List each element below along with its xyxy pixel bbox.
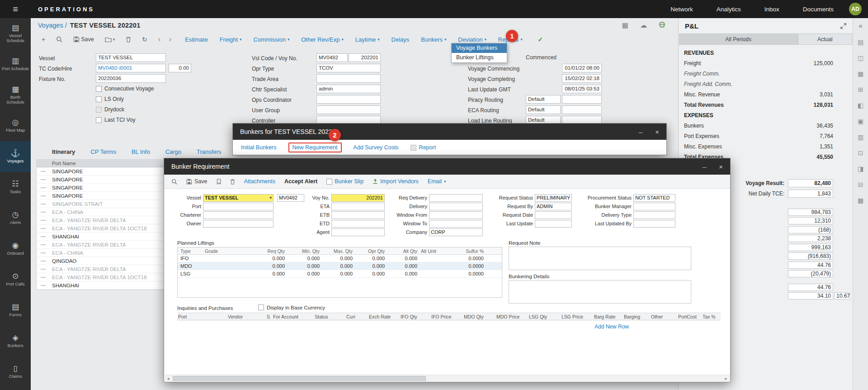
minimize-button[interactable]: – [703, 163, 706, 171]
row-handle-icon[interactable]: ••• [37, 210, 50, 214]
row-handle-icon[interactable]: ••• [37, 185, 50, 190]
request-by-field[interactable]: ADMIN [535, 203, 572, 210]
avatar[interactable]: AD [849, 3, 862, 15]
scrollbar-thumb[interactable] [173, 376, 426, 381]
drydock-checkbox[interactable]: Drydock [96, 106, 124, 113]
window-from-field[interactable] [429, 211, 483, 219]
analytics-tool-icon[interactable]: ◧ [858, 102, 863, 109]
pnl-tab-actual[interactable]: Actual [798, 33, 852, 45]
search-button[interactable] [56, 36, 62, 43]
sidebar-item[interactable]: ⊙ Port Calls [0, 264, 31, 295]
tc-code-link[interactable]: MV0492-I0001 [98, 65, 132, 71]
expand-icon[interactable] [840, 23, 846, 29]
menu-commission[interactable]: Commission▾ [253, 36, 289, 43]
etb-field[interactable] [331, 211, 385, 219]
voy-no-field[interactable]: 202201 [349, 53, 381, 62]
menu-freight[interactable]: Freight▾ [220, 36, 242, 43]
scroll-left-icon[interactable]: ◂ [165, 376, 172, 381]
vsl-code-field[interactable]: MV0492 [316, 53, 348, 62]
bunkering-details-textarea[interactable] [509, 280, 691, 304]
bunker-slip-option[interactable]: Bunker Slip [326, 178, 363, 185]
search-button[interactable] [171, 179, 177, 185]
attachments-link[interactable]: Attachments [244, 178, 275, 185]
trade-area-field[interactable] [316, 74, 381, 83]
row-handle-icon[interactable]: ••• [37, 202, 50, 206]
request-note-textarea[interactable] [509, 247, 691, 270]
req-port-field[interactable] [203, 203, 274, 210]
lifting-row[interactable]: LSG 0.000 0.000 0.000 0.000 0.000 0.0000 [178, 270, 502, 278]
row-handle-icon[interactable]: ••• [37, 259, 50, 263]
sidebar-item[interactable]: ◷ Alerts [0, 203, 31, 233]
report-checkbox[interactable] [410, 145, 416, 151]
email-menu[interactable]: Email ▾ [428, 178, 446, 185]
scroll-right-icon[interactable]: ▸ [722, 376, 730, 381]
opr-type-field[interactable]: TCOV [316, 64, 381, 72]
piracy-routing-extra-field[interactable] [562, 95, 602, 104]
req-vessel-select[interactable]: TEST VESSEL ▾ [203, 194, 274, 202]
window-to-field[interactable] [429, 220, 483, 228]
row-handle-icon[interactable]: ••• [37, 251, 50, 255]
initial-bunkers-link[interactable]: Initial Bunkers [241, 144, 277, 151]
row-handle-icon[interactable]: ••• [37, 169, 50, 173]
company-field[interactable]: CORP [429, 228, 483, 236]
breadcrumb-voyages-link[interactable]: Voyages / [38, 22, 67, 29]
tab-cp-terms[interactable]: CP Terms [90, 148, 116, 155]
commencing-field[interactable]: 01/01/22 08:00 [562, 64, 602, 72]
save-button[interactable]: Save [186, 178, 208, 185]
folder-button[interactable]: ▾ [105, 37, 115, 43]
row-handle-icon[interactable]: ••• [37, 194, 50, 198]
agent-field[interactable] [331, 228, 385, 236]
sidebar-item[interactable]: ⚓ Voyages [0, 141, 31, 172]
delivery-type-field[interactable] [633, 211, 675, 219]
eca-routing-extra-field[interactable] [562, 105, 602, 114]
sidebar-item[interactable]: ◎ Fleet Map [0, 110, 31, 141]
last-updated-by-field[interactable] [633, 220, 675, 228]
tab-bl-info[interactable]: BL Info [132, 148, 150, 155]
inbox-link[interactable]: Inbox [764, 6, 779, 13]
tab-itinerary[interactable]: Itinerary [52, 148, 75, 155]
tc-code-field[interactable]: MV0492-I0001 [96, 64, 166, 72]
row-handle-icon[interactable]: ••• [37, 218, 50, 222]
globe-icon[interactable] [659, 21, 665, 29]
ops-coordinator-field[interactable] [316, 95, 381, 104]
menu-laytime[interactable]: Laytime▾ [355, 36, 380, 43]
req-delivery-field[interactable] [429, 194, 483, 202]
sidebar-item[interactable]: ◉ Onboard [0, 233, 31, 264]
analytics-tool-icon[interactable]: ▥ [858, 134, 863, 140]
lifting-row[interactable]: MDO 0.000 0.000 0.000 0.000 0.000 0.0000 [178, 262, 502, 270]
request-status-field[interactable]: PRELIMINARY [535, 194, 572, 202]
last-tci-voy-checkbox[interactable]: Last TCI Voy [96, 117, 135, 123]
back-button[interactable]: ‹ [158, 35, 161, 44]
lifting-row[interactable]: IFO 0.000 0.000 0.000 0.000 0.000 0.0000 [178, 255, 502, 262]
row-handle-icon[interactable]: ••• [37, 275, 50, 279]
menu-delays[interactable]: Delays [392, 36, 410, 43]
documents-link[interactable]: Documents [803, 6, 834, 13]
analytics-tool-icon[interactable]: ◨ [858, 166, 863, 172]
last-update-field[interactable] [535, 220, 572, 228]
menu-deviation[interactable]: Deviation▾ [458, 36, 486, 43]
bunker-manager-field[interactable] [633, 203, 675, 210]
close-button[interactable]: × [655, 128, 659, 136]
user-group-field[interactable] [316, 105, 381, 114]
analytics-tool-icon[interactable]: ▤ [858, 39, 863, 45]
procurement-status-field[interactable]: NOT STARTED [633, 194, 675, 202]
save-button[interactable]: Save [73, 36, 94, 43]
menu-other-rev-exp[interactable]: Other Rev/Exp▾ [301, 36, 344, 43]
grid-view-icon[interactable]: ▦ [622, 21, 628, 29]
row-handle-icon[interactable]: ••• [37, 177, 50, 181]
display-base-currency-checkbox[interactable]: Display in Base Currency [258, 304, 325, 310]
hamburger-menu-icon[interactable]: ≡ [0, 4, 31, 14]
analytics-tool-icon[interactable]: ⊡ [858, 150, 863, 156]
delete-button[interactable] [126, 36, 131, 43]
analytics-tool-icon[interactable]: ⊟ [858, 181, 863, 188]
completing-field[interactable]: 15/02/22 02:18 [562, 74, 602, 83]
row-handle-icon[interactable]: ••• [37, 267, 50, 271]
analytics-tool-icon[interactable]: ▣ [858, 118, 863, 124]
close-button[interactable]: × [719, 163, 723, 171]
chtr-specialist-field[interactable]: admin [316, 85, 381, 93]
bookmark-icon[interactable] [217, 179, 221, 185]
sidebar-item[interactable]: ▤ Forms [0, 295, 31, 326]
new-requirement-link[interactable]: New Requirement [288, 143, 342, 152]
row-handle-icon[interactable]: ••• [37, 243, 50, 247]
sidebar-item[interactable]: ▤ Vessel Schedule [0, 18, 31, 49]
